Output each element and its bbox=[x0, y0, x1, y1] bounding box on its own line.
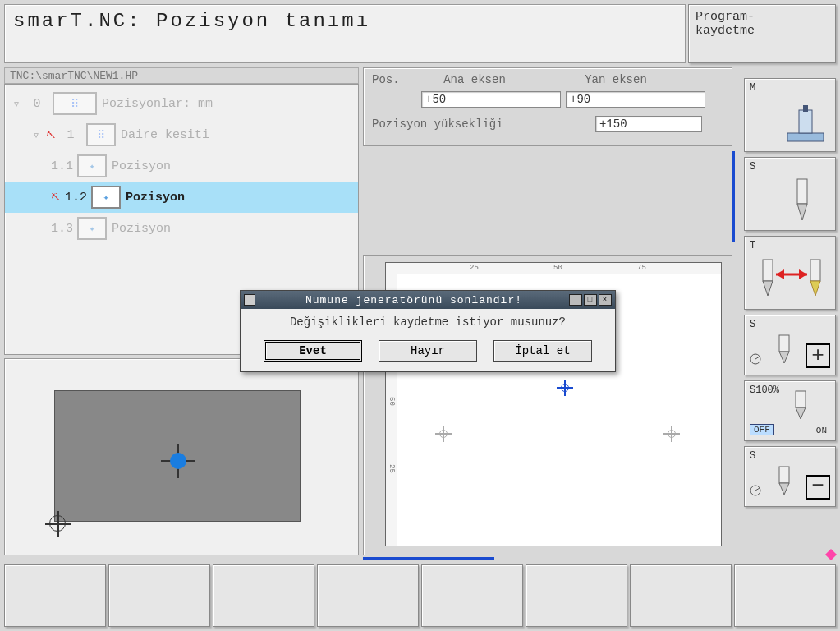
softkey-1[interactable] bbox=[4, 564, 106, 627]
tree-num: 1.2 bbox=[65, 191, 86, 205]
tick: 75 bbox=[637, 264, 646, 272]
main-axis-input[interactable] bbox=[421, 91, 561, 108]
tree-num: 1 bbox=[60, 128, 81, 142]
tree-label: Daire kesiti bbox=[121, 128, 209, 142]
btn-label: M bbox=[750, 82, 755, 94]
yes-button[interactable]: Evet bbox=[264, 340, 362, 362]
side-axis-label: Yan eksen bbox=[562, 73, 669, 86]
no-button[interactable]: Hayır bbox=[379, 340, 477, 362]
scrollbar-horizontal[interactable] bbox=[363, 557, 494, 560]
tree-num: 0 bbox=[26, 97, 48, 111]
softkey-bar bbox=[4, 564, 836, 627]
svg-marker-4 bbox=[797, 204, 807, 220]
file-path: TNC:\smarTNC\NEW1.HP bbox=[4, 67, 359, 84]
preview-2d bbox=[4, 358, 359, 555]
softkey-8[interactable] bbox=[734, 564, 836, 627]
machine-icon bbox=[781, 105, 830, 146]
svg-rect-5 bbox=[763, 260, 773, 281]
off-label: OFF bbox=[750, 424, 774, 435]
status-indicator-icon bbox=[825, 549, 837, 560]
svg-marker-19 bbox=[779, 483, 789, 495]
tree-label: Pozisyonlar: mm bbox=[102, 97, 213, 111]
on-label: ON bbox=[816, 426, 827, 435]
app-icon bbox=[244, 294, 255, 306]
spindle-plus-button[interactable]: S + bbox=[744, 315, 836, 375]
svg-line-15 bbox=[755, 357, 760, 359]
tool-icon bbox=[791, 389, 810, 422]
dialog-titlebar[interactable]: Numune jeneratörünü sonlandır! _ □ × bbox=[241, 291, 615, 309]
spindle-minus-button[interactable]: S − bbox=[744, 446, 836, 507]
height-label: Pozisyon yüksekliği bbox=[372, 117, 553, 131]
softkey-2[interactable] bbox=[108, 564, 210, 627]
svg-marker-13 bbox=[779, 352, 789, 363]
pos-label: Pos. bbox=[372, 73, 416, 86]
tool-icon bbox=[774, 465, 794, 498]
svg-rect-3 bbox=[797, 179, 807, 204]
hole-icon bbox=[170, 453, 186, 469]
close-icon[interactable]: × bbox=[599, 294, 612, 306]
tree-label: Pozisyon bbox=[126, 191, 185, 205]
svg-rect-0 bbox=[787, 133, 824, 141]
svg-line-21 bbox=[755, 488, 760, 491]
softkey-7[interactable] bbox=[630, 564, 732, 627]
point-marker[interactable] bbox=[665, 427, 678, 440]
maximize-icon[interactable]: □ bbox=[584, 294, 597, 306]
tree-num: 1.3 bbox=[51, 222, 72, 236]
dialog-title: Numune jeneratörünü sonlandır! bbox=[260, 294, 567, 306]
chevron-down-icon[interactable]: ▿ bbox=[31, 127, 41, 143]
plus-icon: + bbox=[806, 343, 830, 368]
height-input[interactable] bbox=[595, 116, 702, 132]
softkey-5[interactable] bbox=[421, 564, 523, 627]
position-icon bbox=[91, 186, 121, 209]
svg-rect-2 bbox=[803, 105, 808, 112]
tick: 25 bbox=[388, 464, 396, 473]
tree-row-1-3[interactable]: 1.3 Pozisyon bbox=[5, 213, 358, 244]
machining-icon: ⛏ bbox=[46, 130, 55, 140]
minimize-icon[interactable]: _ bbox=[569, 294, 582, 306]
knob-icon bbox=[750, 353, 761, 365]
tree-row-1-1[interactable]: 1.1 Pozisyon bbox=[5, 150, 358, 182]
btn-label: S bbox=[750, 161, 755, 173]
tool-icon bbox=[774, 334, 794, 366]
point-marker-selected[interactable] bbox=[558, 381, 571, 394]
softkey-3[interactable] bbox=[213, 564, 314, 627]
side-axis-input[interactable] bbox=[566, 91, 705, 108]
svg-rect-1 bbox=[799, 110, 812, 133]
softkey-6[interactable] bbox=[526, 564, 627, 627]
machining-icon: ⛏ bbox=[51, 192, 60, 203]
ruler-horizontal: 25 50 75 bbox=[386, 263, 721, 274]
svg-rect-18 bbox=[779, 467, 789, 483]
svg-marker-8 bbox=[810, 281, 820, 296]
position-icon bbox=[77, 217, 107, 240]
svg-marker-17 bbox=[796, 408, 806, 419]
point-marker[interactable] bbox=[437, 427, 450, 440]
mode-t-button[interactable]: T bbox=[744, 236, 836, 310]
workpiece-rect bbox=[54, 390, 301, 522]
chevron-down-icon[interactable]: ▿ bbox=[11, 96, 21, 112]
page-title: smarT.NC: Pozisyon tanımı bbox=[4, 4, 686, 63]
softkey-4[interactable] bbox=[317, 564, 419, 627]
tick: 50 bbox=[553, 264, 562, 272]
cancel-button[interactable]: İptal et bbox=[493, 340, 592, 362]
mode-m-button[interactable]: M bbox=[744, 78, 836, 152]
main-axis-label: Ana eksen bbox=[421, 73, 528, 86]
circle-section-icon bbox=[86, 123, 116, 146]
save-changes-dialog: Numune jeneratörünü sonlandır! _ □ × Değ… bbox=[240, 290, 616, 372]
tree-label: Pozisyon bbox=[112, 222, 171, 236]
tree-num: 1.1 bbox=[51, 159, 72, 173]
tool-icon bbox=[786, 176, 819, 225]
mode-s-button[interactable]: S bbox=[744, 157, 836, 231]
tick: 25 bbox=[470, 264, 479, 272]
spindle-override-button[interactable]: S100% OFF ON bbox=[744, 380, 836, 441]
origin-icon bbox=[49, 515, 66, 532]
tree-row-root[interactable]: ▿ 0 Pozisyonlar: mm bbox=[5, 88, 358, 119]
minus-icon: − bbox=[806, 475, 830, 500]
btn-label: S bbox=[750, 319, 755, 330]
btn-label: T bbox=[750, 240, 755, 251]
tool-change-icon bbox=[756, 255, 830, 304]
tree-row-1-2[interactable]: ⛏ 1.2 Pozisyon bbox=[5, 182, 358, 213]
tree-row-1[interactable]: ▿ ⛏ 1 Daire kesiti bbox=[5, 119, 358, 150]
program-save-button[interactable]: Program- kaydetme bbox=[688, 4, 836, 63]
svg-marker-6 bbox=[763, 281, 773, 296]
tick: 50 bbox=[388, 397, 396, 406]
